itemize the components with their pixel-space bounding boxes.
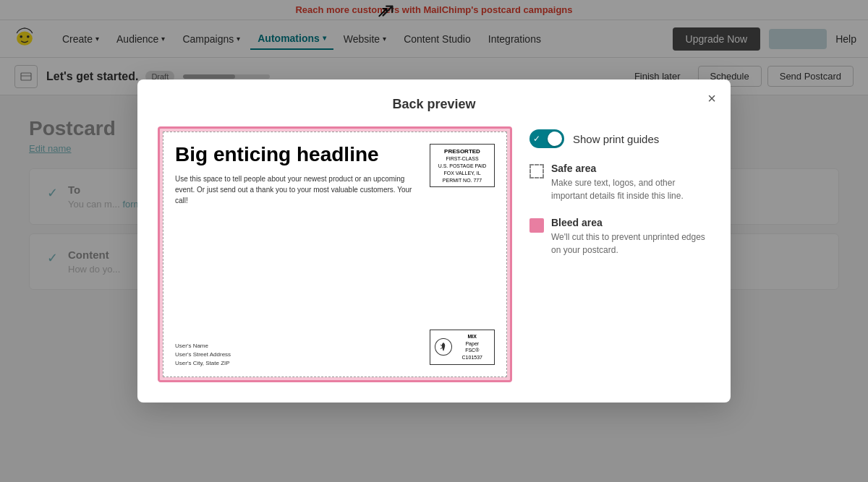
- safe-area-title: Safe area: [551, 163, 710, 174]
- modal-title: Back preview: [158, 97, 710, 112]
- stamp-line4: FOX VALLEY, IL: [435, 170, 490, 177]
- toggle-label: Show print guides: [573, 133, 659, 145]
- postcard-right: PRESORTED FIRST-CLASS U.S. POSTAGE PAID …: [422, 144, 495, 365]
- fsc-icon: [435, 338, 452, 356]
- fsc-text: MIX Paper FSC® C101537: [455, 333, 490, 361]
- bleed-area-guide: Bleed area We'll cut this to prevent unp…: [529, 217, 710, 257]
- controls-panel: ✓ Show print guides Safe area Make sure …: [529, 126, 710, 382]
- safe-area-guide: Safe area Make sure text, logos, and oth…: [529, 163, 710, 202]
- stamp-box: PRESORTED FIRST-CLASS U.S. POSTAGE PAID …: [430, 144, 495, 187]
- show-print-guides-toggle[interactable]: ✓: [529, 129, 564, 148]
- address-line2: User's Street Address: [175, 350, 231, 359]
- postcard-preview: Big enticing headline Use this space to …: [158, 126, 512, 382]
- postcard-headline: Big enticing headline: [175, 144, 414, 166]
- postcard-body-text: Use this space to tell people about your…: [175, 173, 414, 206]
- back-preview-modal: Back preview × Big enticing headline Use…: [137, 79, 731, 403]
- stamp-line2: FIRST-CLASS: [435, 155, 490, 163]
- bleed-area-title: Bleed area: [551, 217, 710, 228]
- fsc-sublabel: Paper: [455, 340, 490, 348]
- fsc-box: MIX Paper FSC® C101537: [430, 330, 495, 365]
- safe-area-text: Safe area Make sure text, logos, and oth…: [551, 163, 710, 202]
- postcard-inner: Big enticing headline Use this space to …: [163, 132, 507, 377]
- toggle-row: ✓ Show print guides: [529, 129, 710, 148]
- address-line1: User's Name: [175, 342, 231, 350]
- fsc-label: MIX: [455, 333, 490, 340]
- modal-overlay: Back preview × Big enticing headline Use…: [0, 0, 868, 482]
- toggle-check-icon: ✓: [533, 134, 540, 144]
- toggle-thumb: [548, 132, 562, 146]
- modal-body: Big enticing headline Use this space to …: [158, 126, 710, 382]
- postcard-left: Big enticing headline Use this space to …: [175, 144, 414, 365]
- stamp-line3: U.S. POSTAGE PAID: [435, 163, 490, 170]
- bleed-area-icon: [529, 218, 544, 233]
- modal-close-button[interactable]: ×: [707, 91, 716, 106]
- safe-area-desc: Make sure text, logos, and other importa…: [551, 176, 710, 202]
- bleed-area-desc: We'll cut this to prevent unprinted edge…: [551, 231, 710, 257]
- address-line3: User's City, State ZIP: [175, 359, 231, 368]
- safe-area-icon: [529, 164, 544, 178]
- fsc-code: FSC® C101537: [455, 347, 490, 361]
- stamp-line1: PRESORTED: [435, 147, 490, 155]
- address-section: User's Name User's Street Address User's…: [175, 342, 231, 368]
- stamp-line5: PERMIT NO. 777: [435, 177, 490, 184]
- bleed-area-text: Bleed area We'll cut this to prevent unp…: [551, 217, 710, 257]
